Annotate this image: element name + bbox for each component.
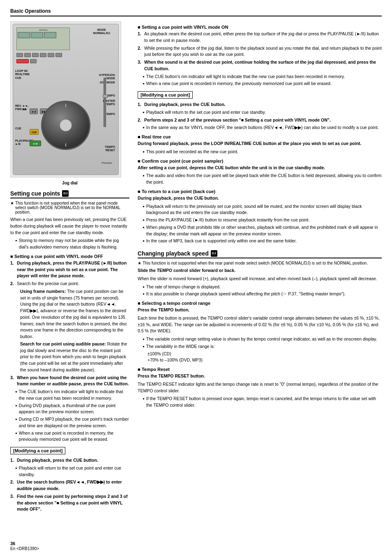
device-image: MODENORMAL/DJ JASUO/a — [10, 21, 121, 177]
left-column: MODENORMAL/DJ JASUO/a — [10, 21, 129, 514]
changing-speed-title-text: Changing playback speed — [138, 250, 209, 257]
mode-label: MODENORMAL/DJ — [93, 28, 110, 35]
vinyl-off-step2: 2. Search for the precise cue point. — [10, 281, 129, 287]
jogdial-caption: Jog dial — [10, 181, 129, 185]
back-cue-title: To return to a cue point (back cue) — [138, 189, 382, 194]
rev-label: REV ◄◄,FWD ▶▶ — [15, 104, 28, 111]
mod-right-step1: 1. During playback, press the CUE button… — [138, 101, 382, 108]
back-cue-desc: During playback, press the CUE button. — [138, 195, 382, 202]
confirm-cue-title: Confirm cue point (cue point sampler) — [138, 159, 382, 164]
vinyl-off-step3-b1: The CUE button's rim indicator will ligh… — [15, 389, 129, 402]
confirm-cue-section: Confirm cue point (cue point sampler) Af… — [138, 159, 382, 186]
main-content: MODENORMAL/DJ JASUO/a — [10, 21, 382, 514]
realtime-cue-b1: This point will be recorded as the new c… — [143, 149, 382, 155]
wide-dvd: +70% to –100% (DVD, MP3) — [148, 357, 382, 364]
vinyl-on-step3: 3. When the sound is at the desired cue … — [138, 59, 382, 72]
page-number: 36 — [10, 541, 15, 546]
modifying-right-title: [Modifying a cue point] — [138, 91, 193, 99]
changing-speed-title: Changing playback speed DJ — [138, 250, 382, 258]
footer-code: En <DRB1390> — [10, 546, 39, 551]
vinyl-off-step3-b4: When a new cue point is recorded in memo… — [15, 430, 129, 443]
back-cue-b2: Press the PLAY/PAUSE (►/II) button to re… — [143, 217, 382, 223]
speed-b2: It is also possible to change playback s… — [143, 291, 382, 297]
mod-left-step1-b1: Playback will return to the set cue poin… — [15, 465, 129, 478]
mod-right-step1-b1: Playback will return to the set cue poin… — [143, 109, 382, 116]
modifying-left-title: [Modifying a cue point] — [10, 447, 65, 454]
tempo-range-desc: Press the TEMPO button. — [138, 307, 382, 313]
cue-intro-text: When a cue point has been previously set… — [10, 216, 129, 236]
vinyl-on-step3-b2: When a new cue point is recorded in memo… — [143, 81, 382, 87]
jog-center — [60, 119, 72, 131]
vinyl-on-title: Setting a cue point with VINYL mode ON — [138, 25, 382, 30]
changing-speed-dj-icon: DJ — [211, 250, 217, 257]
tempo-reset-desc: Press the TEMPO RESET button. — [138, 373, 382, 380]
vinyl-off-title: Setting a cue point with VINYL mode OFF — [10, 254, 129, 259]
back-cue-b1: Playback will return to the previously s… — [143, 203, 382, 216]
vinyl-off-step3-b2: During DVD playback, a thumbnail of the … — [15, 403, 129, 416]
hyperjog-label: HYPERJOGMODE — [99, 74, 115, 81]
speed-b1: The rate of tempo change is displayed. — [143, 284, 382, 290]
dj-icon: DJ — [62, 190, 69, 197]
device-display: JASUO/a — [16, 28, 70, 50]
mod-right-step2-b1: In the same way as for VINYL mode OFF, t… — [143, 124, 382, 131]
mod-left-step1: 1. During playback, press the CUE button… — [10, 457, 129, 464]
slide-desc: When the slider is moved forward (+), pl… — [138, 276, 382, 282]
tempo-range-desc2: Each time the button is pressed, the TEM… — [138, 315, 382, 334]
mod-left-step2: 2. Use the search buttons (REV◄◄, FWD▶▶)… — [10, 479, 129, 492]
jogmode-label: JOG MODE — [99, 81, 115, 84]
vinyl-on-step3-b1: The CUE button's rim indicator will ligh… — [143, 74, 382, 80]
tempo-slider[interactable] — [104, 78, 106, 127]
realtime-cue-title: Real time cue — [138, 134, 382, 139]
page-footer: 36 En <DRB1390> — [10, 541, 39, 551]
slide-title: Slide the TEMPO control slider forward o… — [138, 267, 382, 274]
tempo-range-b2: The variability in the WIDE range is: — [143, 343, 382, 350]
tempo-range-section: Selecting a tempo control range Press th… — [138, 301, 382, 364]
tempo-reset-section: Tempo Reset Press the TEMPO RESET button… — [138, 367, 382, 409]
brand-logo: Pioneer — [101, 161, 112, 164]
realtime-cue-section: Real time cue During forward playback, p… — [138, 134, 382, 155]
changing-speed-star-note: This function is not supported when the … — [138, 261, 382, 265]
back-cue-section: To return to a cue point (back cue) Duri… — [138, 189, 382, 244]
mod-right-step2: 2. Perform steps 2 and 3 of the previous… — [138, 117, 382, 124]
vinyl-off-step3: 3. When you have found the desired cue p… — [10, 375, 129, 388]
mod-left-step3: 3. Find the new cue point by performing … — [10, 493, 129, 513]
cue-label: CUE — [15, 127, 21, 130]
confirm-cue-desc: After setting a cue point, depress the C… — [138, 165, 382, 171]
temporeset-label: TEMPORESET — [105, 145, 115, 152]
vinyl-off-step3-b3: During CD or MP3 playback, the cue point… — [15, 416, 129, 429]
modifying-left-box: [Modifying a cue point] 1. During playba… — [10, 445, 129, 513]
vinyl-off-step1: 1. During playback, press the PLAY/PAUSE… — [10, 260, 129, 279]
tempo-reset-title: Tempo Reset — [138, 367, 382, 372]
play-pause-button[interactable]: ►/II — [30, 140, 41, 146]
right-column: Setting a cue point with VINYL mode ON 1… — [138, 21, 382, 514]
tempo2-label: TEMPO — [105, 113, 115, 116]
buttons-row — [16, 53, 74, 63]
wide-cd: ±100% (CD) — [148, 351, 382, 357]
vinyl-on-step1: 1. As playback nears the desired cue poi… — [138, 31, 382, 44]
back-cue-b3: When playing a DVD that prohibits title … — [143, 224, 382, 237]
vinyl-off-step2-sub1: Using frame numbers: The cue point posit… — [20, 288, 129, 340]
vinyl-off-step2-sub2: Search for cue point using audible pause… — [20, 341, 129, 373]
device-body: MODENORMAL/DJ JASUO/a — [13, 24, 119, 175]
star-note-left: This function is not supported when the … — [10, 201, 129, 214]
realtime-cue-desc: During forward playback, press the LOOP … — [138, 140, 382, 147]
tempo-reset-b1: If the TEMPO RESET button is pressed onc… — [143, 396, 382, 409]
vinyl-on-step2: 2. While pressing the surface of the jog… — [138, 45, 382, 58]
section-setting-cue-points: Setting cue points DJ — [10, 190, 129, 198]
page: Basic Operations MODENORMAL/DJ JASUO/a — [0, 0, 392, 555]
tempo-range-title: Selecting a tempo control range — [138, 301, 382, 306]
cue-button[interactable]: CUE — [30, 129, 39, 135]
back-cue-b4: In the case of MP3, back cue is supporte… — [143, 238, 382, 244]
tempo-range-b1: The variable control range setting value… — [143, 336, 382, 343]
section-title-text: Setting cue points — [10, 190, 60, 197]
loopin-label: LOOP IN/REALTIMECUE — [15, 69, 30, 80]
cue-bullet1: Storing to memory may not be possible wh… — [15, 237, 129, 251]
changing-speed-section: Changing playback speed DJ This function… — [138, 250, 382, 409]
modifying-right-box: [Modifying a cue point] 1. During playba… — [138, 90, 382, 131]
tempo-reset-desc2: The TEMPO RESET indicator lights and the… — [138, 381, 382, 394]
page-header: Basic Operations — [10, 8, 382, 16]
confirm-cue-b1: The audio and video from the cue point w… — [143, 173, 382, 186]
jog-dial[interactable] — [41, 101, 90, 150]
